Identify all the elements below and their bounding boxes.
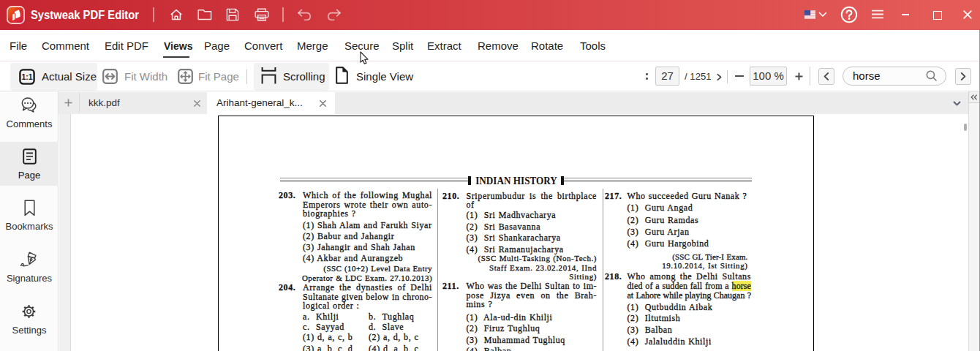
svg-text:1:1: 1:1 (21, 72, 32, 81)
